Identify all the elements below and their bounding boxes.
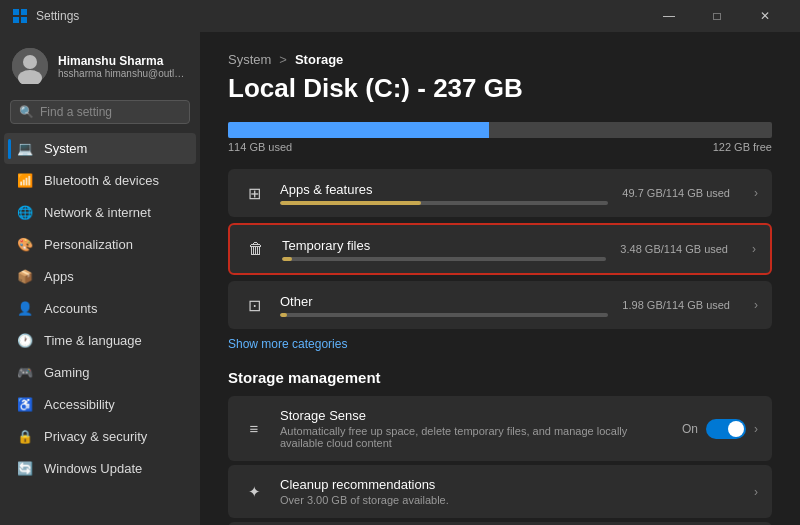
mgmt-info-cleanup: Cleanup recommendations Over 3.00 GB of … <box>280 477 740 506</box>
svg-rect-3 <box>21 17 27 23</box>
toggle-label-storage-sense: On <box>682 422 698 436</box>
category-chevron-temp: › <box>752 242 756 256</box>
nav-icon-personalization: 🎨 <box>16 237 34 252</box>
sidebar-item-time[interactable]: 🕐Time & language <box>4 325 196 356</box>
expand-icon-storage-sense: › <box>754 422 758 436</box>
mgmt-info-storage-sense: Storage Sense Automatically free up spac… <box>280 408 668 449</box>
sidebar-item-bluetooth[interactable]: 📶Bluetooth & devices <box>4 165 196 196</box>
mgmt-desc-cleanup: Over 3.00 GB of storage available. <box>280 494 740 506</box>
content-area: System > Storage Local Disk (C:) - 237 G… <box>200 32 800 525</box>
app-icon <box>12 8 28 24</box>
expand-icon-cleanup: › <box>754 485 758 499</box>
category-chevron-other: › <box>754 298 758 312</box>
nav-label-accounts: Accounts <box>44 301 97 316</box>
management-list: ≡ Storage Sense Automatically free up sp… <box>228 396 772 525</box>
category-usage-temp: 3.48 GB/114 GB used <box>620 243 738 255</box>
sidebar-item-system[interactable]: 💻System <box>4 133 196 164</box>
nav-label-apps: Apps <box>44 269 74 284</box>
show-more-button[interactable]: Show more categories <box>228 335 772 353</box>
nav-icon-network: 🌐 <box>16 205 34 220</box>
category-icon-apps: ⊞ <box>242 181 266 205</box>
close-button[interactable]: ✕ <box>742 0 788 32</box>
nav-icon-privacy: 🔒 <box>16 429 34 444</box>
category-bar-fill-apps <box>280 201 421 205</box>
mgmt-item-cleanup[interactable]: ✦ Cleanup recommendations Over 3.00 GB o… <box>228 465 772 518</box>
user-info: Himanshu Sharma hssharma himanshu@outloo… <box>58 54 188 79</box>
mgmt-icon-storage-sense: ≡ <box>242 417 266 441</box>
categories-list: ⊞ Apps & features 49.7 GB/114 GB used › … <box>228 169 772 329</box>
category-bar-track-apps <box>280 201 608 205</box>
category-bar-fill-temp <box>282 257 292 261</box>
user-email: hssharma himanshu@outlook.com <box>58 68 188 79</box>
maximize-button[interactable]: □ <box>694 0 740 32</box>
nav-label-network: Network & internet <box>44 205 151 220</box>
user-profile: Himanshu Sharma hssharma himanshu@outloo… <box>0 32 200 96</box>
category-name-other: Other <box>280 294 608 309</box>
sidebar: Himanshu Sharma hssharma himanshu@outloo… <box>0 32 200 525</box>
svg-point-5 <box>23 55 37 69</box>
search-box[interactable]: 🔍 <box>10 100 190 124</box>
svg-rect-1 <box>21 9 27 15</box>
category-bar-track-temp <box>282 257 606 261</box>
nav-label-accessibility: Accessibility <box>44 397 115 412</box>
storage-bar-container: 114 GB used 122 GB free <box>228 122 772 153</box>
sidebar-item-accounts[interactable]: 👤Accounts <box>4 293 196 324</box>
storage-bar-labels: 114 GB used 122 GB free <box>228 141 772 153</box>
nav-icon-apps: 📦 <box>16 269 34 284</box>
storage-bar-used <box>228 122 489 138</box>
category-icon-other: ⊡ <box>242 293 266 317</box>
nav-label-gaming: Gaming <box>44 365 90 380</box>
avatar <box>12 48 48 84</box>
nav-icon-time: 🕐 <box>16 333 34 348</box>
nav-list: 💻System📶Bluetooth & devices🌐Network & in… <box>0 132 200 485</box>
toggle-storage-sense[interactable] <box>706 419 746 439</box>
category-usage-other: 1.98 GB/114 GB used <box>622 299 740 311</box>
nav-label-time: Time & language <box>44 333 142 348</box>
nav-icon-gaming: 🎮 <box>16 365 34 380</box>
category-info-apps: Apps & features <box>280 182 608 205</box>
category-item-apps[interactable]: ⊞ Apps & features 49.7 GB/114 GB used › <box>228 169 772 217</box>
breadcrumb-parent[interactable]: System <box>228 52 271 67</box>
sidebar-item-apps[interactable]: 📦Apps <box>4 261 196 292</box>
storage-bar-track <box>228 122 772 138</box>
category-info-temp: Temporary files <box>282 238 606 261</box>
app-body: Himanshu Sharma hssharma himanshu@outloo… <box>0 32 800 525</box>
sidebar-item-privacy[interactable]: 🔒Privacy & security <box>4 421 196 452</box>
category-bar-track-other <box>280 313 608 317</box>
breadcrumb-separator: > <box>279 52 287 67</box>
category-info-other: Other <box>280 294 608 317</box>
breadcrumb-current: Storage <box>295 52 343 67</box>
nav-icon-accounts: 👤 <box>16 301 34 316</box>
search-icon: 🔍 <box>19 105 34 119</box>
mgmt-name-storage-sense: Storage Sense <box>280 408 668 423</box>
nav-label-privacy: Privacy & security <box>44 429 147 444</box>
user-name: Himanshu Sharma <box>58 54 188 68</box>
toggle-action-storage-sense: On › <box>682 419 758 439</box>
mgmt-desc-storage-sense: Automatically free up space, delete temp… <box>280 425 668 449</box>
titlebar: Settings — □ ✕ <box>0 0 800 32</box>
management-section-title: Storage management <box>228 369 772 386</box>
sidebar-item-accessibility[interactable]: ♿Accessibility <box>4 389 196 420</box>
category-item-other[interactable]: ⊡ Other 1.98 GB/114 GB used › <box>228 281 772 329</box>
toggle-knob-storage-sense <box>728 421 744 437</box>
nav-label-update: Windows Update <box>44 461 142 476</box>
sidebar-item-personalization[interactable]: 🎨Personalization <box>4 229 196 260</box>
mgmt-icon-cleanup: ✦ <box>242 480 266 504</box>
minimize-button[interactable]: — <box>646 0 692 32</box>
nav-label-bluetooth: Bluetooth & devices <box>44 173 159 188</box>
breadcrumb: System > Storage <box>228 52 772 67</box>
mgmt-item-storage-sense[interactable]: ≡ Storage Sense Automatically free up sp… <box>228 396 772 461</box>
nav-icon-bluetooth: 📶 <box>16 173 34 188</box>
sidebar-item-update[interactable]: 🔄Windows Update <box>4 453 196 484</box>
sidebar-item-network[interactable]: 🌐Network & internet <box>4 197 196 228</box>
storage-used-label: 114 GB used <box>228 141 292 153</box>
svg-rect-0 <box>13 9 19 15</box>
category-item-temp[interactable]: 🗑 Temporary files 3.48 GB/114 GB used › <box>228 223 772 275</box>
category-chevron-apps: › <box>754 186 758 200</box>
avatar-image <box>12 48 48 84</box>
search-input[interactable] <box>40 105 190 119</box>
category-name-apps: Apps & features <box>280 182 608 197</box>
nav-icon-accessibility: ♿ <box>16 397 34 412</box>
category-usage-apps: 49.7 GB/114 GB used <box>622 187 740 199</box>
sidebar-item-gaming[interactable]: 🎮Gaming <box>4 357 196 388</box>
